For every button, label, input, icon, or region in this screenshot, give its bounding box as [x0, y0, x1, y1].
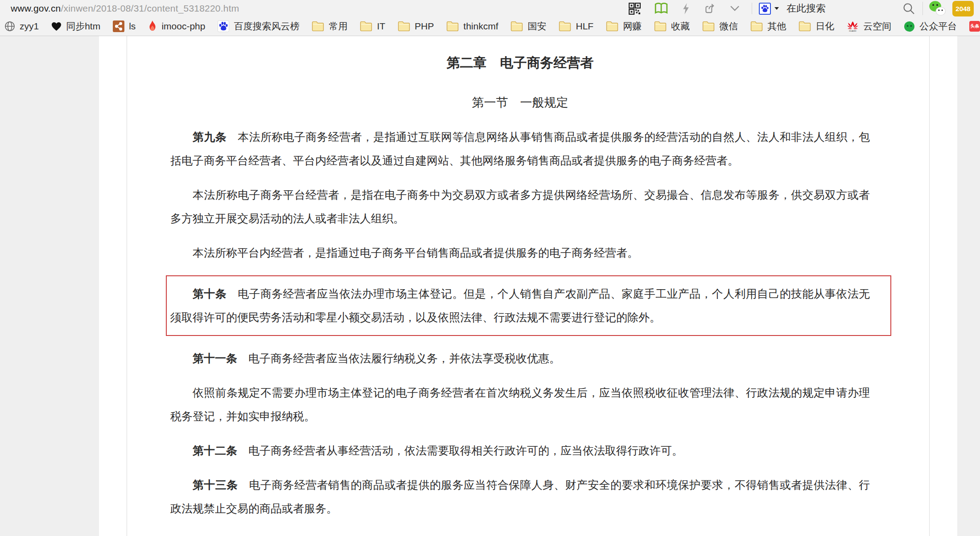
bookmark-label: HLF — [576, 21, 593, 32]
article-number: 第十二条 — [193, 444, 237, 457]
paragraph-text: 电子商务经营者应当依法履行纳税义务，并依法享受税收优惠。 — [237, 352, 560, 365]
url-field[interactable]: www.gov.cn/xinwen/2018-08/31/content_531… — [11, 3, 239, 14]
search-input[interactable]: 在此搜索 — [786, 2, 902, 15]
chapter-title: 第二章 电子商务经营者 — [170, 54, 870, 72]
bookmark-item[interactable]: PHP — [398, 21, 434, 32]
highlight-box: 第十条 电子商务经营者应当依法办理市场主体登记。但是，个人销售自产农副产品、家庭… — [166, 275, 891, 336]
paragraph-text: 本法所称平台内经营者，是指通过电子商务平台销售商品或者提供服务的电子商务经营者。 — [193, 246, 638, 259]
section-title: 第一节 一般规定 — [170, 94, 870, 110]
svg-text:HUAWEI: HUAWEI — [849, 29, 856, 32]
baidu-engine-icon[interactable] — [759, 3, 771, 15]
flame-icon — [148, 20, 157, 32]
bookmark-item[interactable]: 国安 — [511, 20, 546, 33]
bookmark-label: IT — [377, 21, 385, 32]
bookmark-label: 公众平台 — [919, 20, 957, 33]
bookmark-item[interactable]: 网赚 — [606, 20, 642, 33]
url-path: /xinwen/2018-08/31/content_5318220.htm — [61, 3, 239, 13]
bookmark-label: 国安 — [527, 20, 546, 33]
article: 第二章 电子商务经营者 第一节 一般规定 第九条 本法所称电子商务经营者，是指通… — [170, 54, 870, 520]
bookmark-item[interactable]: HLF — [559, 21, 593, 32]
bookmark-label: 同步htm — [66, 20, 100, 33]
lightning-icon[interactable] — [682, 3, 690, 15]
bookmark-item[interactable]: ls — [113, 20, 136, 32]
article-number: 第十一条 — [193, 352, 237, 365]
baidu-paw-icon — [218, 20, 229, 32]
page: 第二章 电子商务经营者 第一节 一般规定 第九条 本法所称电子商务经营者，是指通… — [127, 36, 929, 536]
bookmark-item[interactable]: 其他 — [750, 20, 786, 33]
toolbar-divider-2 — [922, 2, 923, 15]
folder-icon — [702, 21, 715, 32]
quick-search: 在此搜索 — [752, 2, 922, 15]
paragraph-text: 本法所称电子商务平台经营者，是指在电子商务中为交易双方或者多方提供网络经营场所、… — [170, 188, 870, 225]
article-paragraph: 第十二条 电子商务经营者从事经营活动，依法需要取得相关行政许可的，应当依法取得行… — [170, 439, 870, 462]
chevron-down-icon[interactable] — [729, 5, 740, 12]
paragraph-text: 依照前条规定不需要办理市场主体登记的电子商务经营者在首次纳税义务发生后，应当依照… — [170, 386, 870, 423]
folder-icon — [511, 21, 523, 32]
toutiao-icon: 头条 — [969, 21, 980, 32]
bookmark-label: 网赚 — [623, 20, 642, 33]
page-left-margin — [0, 36, 99, 536]
folder-icon — [799, 21, 811, 32]
article-paragraph: 依照前条规定不需要办理市场主体登记的电子商务经营者在首次纳税义务发生后，应当依照… — [170, 381, 870, 428]
folder-icon — [398, 21, 410, 32]
search-icon[interactable] — [902, 2, 915, 15]
huawei-icon: HUAWEI — [847, 21, 859, 32]
bookmark-label: ls — [129, 21, 136, 32]
bookmark-item[interactable]: 百度搜索风云榜 — [218, 20, 299, 33]
share-icon[interactable] — [704, 2, 716, 15]
bookmark-label: 云空间 — [863, 20, 891, 33]
bookmark-label: 百度搜索风云榜 — [234, 20, 299, 33]
globe-icon — [4, 21, 15, 32]
bookmark-label: 常用 — [329, 20, 347, 33]
browser-viewport: 第二章 电子商务经营者 第一节 一般规定 第九条 本法所称电子商务经营者，是指通… — [0, 36, 980, 536]
wechat-round-icon — [904, 21, 915, 32]
article-paragraph: 第十一条 电子商务经营者应当依法履行纳税义务，并依法享受税收优惠。 — [170, 347, 870, 370]
page-right-margin — [957, 36, 980, 536]
folder-icon — [360, 21, 372, 32]
game-2048-badge[interactable]: 2048 — [952, 1, 974, 16]
article-paragraph: 本法所称平台内经营者，是指通过电子商务平台销售商品或者提供服务的电子商务经营者。 — [170, 241, 870, 265]
share-nodes-icon — [113, 20, 124, 32]
bookmark-item[interactable]: IT — [360, 21, 385, 32]
bookmark-item[interactable]: zyy1 — [4, 21, 39, 32]
bookmark-label: PHP — [415, 21, 434, 32]
url-host: www.gov.cn — [11, 3, 61, 13]
bookmark-item[interactable]: 收藏 — [654, 20, 690, 33]
article-body: 第九条 本法所称电子商务经营者，是指通过互联网等信息网络从事销售商品或者提供服务… — [170, 125, 870, 520]
bookmark-label: 微信 — [719, 20, 738, 33]
bookmark-item[interactable]: 头条头条 — [969, 20, 980, 33]
bookmark-item[interactable]: 微信 — [702, 20, 738, 33]
bookmark-item[interactable]: 公众平台 — [904, 20, 957, 33]
engine-dropdown-caret-icon[interactable] — [774, 7, 779, 10]
page-right-gutter — [929, 36, 957, 536]
page-left-gutter — [99, 36, 127, 536]
bookmark-item[interactable]: imooc-php — [148, 20, 205, 32]
folder-icon — [446, 21, 459, 32]
bookmark-item[interactable]: 同步htm — [51, 20, 100, 33]
folder-icon — [606, 21, 618, 32]
bookmark-item[interactable]: 常用 — [312, 20, 347, 33]
article-number: 第九条 — [193, 131, 226, 143]
article-paragraph: 第九条 本法所称电子商务经营者，是指通过互联网等信息网络从事销售商品或者提供服务… — [170, 125, 870, 172]
article-paragraph: 第十条 电子商务经营者应当依法办理市场主体登记。但是，个人销售自产农副产品、家庭… — [170, 282, 870, 329]
wechat-icon[interactable] — [928, 0, 946, 16]
article-number: 第十条 — [193, 287, 226, 300]
bookmark-label: zyy1 — [20, 21, 39, 32]
address-bar: www.gov.cn/xinwen/2018-08/31/content_531… — [0, 0, 980, 17]
article-number: 第十三条 — [193, 479, 238, 491]
bookmark-item[interactable]: thinkcmf — [446, 21, 498, 32]
qr-code-icon[interactable] — [629, 3, 641, 15]
folder-icon — [654, 21, 667, 32]
bookmark-label: 收藏 — [671, 20, 690, 33]
addressbar-actions: 在此搜索 2048 — [629, 0, 974, 16]
toolbar-icons — [629, 2, 740, 15]
article-paragraph: 第十三条 电子商务经营者销售的商品或者提供的服务应当符合保障人身、财产安全的要求… — [170, 473, 870, 520]
bookmark-item[interactable]: 日化 — [799, 20, 834, 33]
bookmark-item[interactable]: HUAWEI云空间 — [847, 20, 891, 33]
paragraph-text: 电子商务经营者应当依法办理市场主体登记。但是，个人销售自产农副产品、家庭手工业产… — [170, 287, 870, 324]
bookmark-label: 日化 — [815, 20, 834, 33]
folder-icon — [312, 21, 324, 32]
reader-mode-book-icon[interactable] — [654, 2, 668, 15]
bookmarks-bar: zyy1同步htmlsimooc-php百度搜索风云榜常用ITPHPthinkc… — [0, 17, 980, 36]
paragraph-text: 电子商务经营者销售的商品或者提供的服务应当符合保障人身、财产安全的要求和环境保护… — [170, 479, 870, 515]
